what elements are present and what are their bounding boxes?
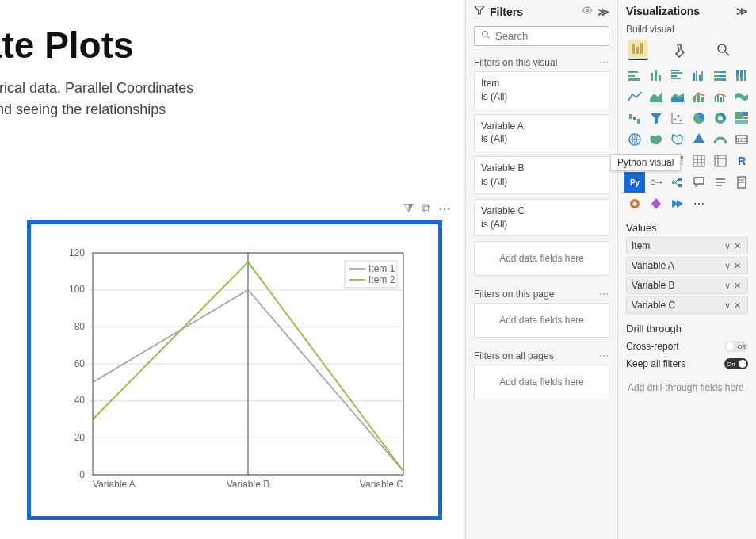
viz-line-clustered-column-icon[interactable] bbox=[712, 88, 729, 105]
remove-icon: ✕ bbox=[732, 241, 743, 251]
filter-search[interactable] bbox=[474, 26, 609, 46]
viz-r-icon[interactable]: R bbox=[733, 152, 750, 170]
legend-item-2: Item 2 bbox=[368, 274, 395, 285]
viz-funnel-icon[interactable] bbox=[647, 109, 665, 127]
viz-line-stacked-column-icon[interactable] bbox=[690, 88, 708, 105]
eye-icon[interactable] bbox=[582, 5, 593, 18]
viz-paginated-icon[interactable] bbox=[733, 174, 750, 191]
desc-line-2: es together and seeing the relationships bbox=[0, 99, 465, 120]
viz-arcgis-icon[interactable] bbox=[626, 195, 643, 212]
analytics-mode[interactable] bbox=[713, 40, 734, 60]
drop-all-fields[interactable]: Add data fields here bbox=[474, 365, 609, 399]
viz-powerapps-icon[interactable] bbox=[647, 195, 665, 212]
viz-key-influencers-icon[interactable] bbox=[647, 174, 665, 191]
viz-map-icon[interactable] bbox=[626, 131, 643, 148]
viz-smart-narrative-icon[interactable] bbox=[712, 174, 729, 191]
field-variable-a[interactable]: Variable A∨✕ bbox=[626, 257, 748, 274]
viz-multirow-card-icon[interactable] bbox=[626, 152, 643, 170]
drop-page-fields[interactable]: Add data fields here bbox=[474, 303, 609, 338]
svg-rect-74 bbox=[743, 112, 748, 116]
viz-ribbon-icon[interactable] bbox=[733, 88, 750, 105]
svg-line-23 bbox=[487, 36, 490, 39]
section-all-more-icon[interactable]: ⋯ bbox=[599, 350, 609, 361]
svg-rect-75 bbox=[743, 117, 748, 119]
viz-filled-map-icon[interactable] bbox=[647, 131, 665, 148]
focus-mode-icon[interactable]: ⧉ bbox=[422, 201, 430, 216]
viz-python-icon[interactable]: Py bbox=[626, 174, 643, 191]
field-variable-c[interactable]: Variable C∨✕ bbox=[626, 296, 748, 314]
viz-automate-icon[interactable] bbox=[669, 195, 686, 212]
keep-filters-toggle[interactable]: On bbox=[724, 358, 748, 369]
filter-card-item[interactable]: Item is (All) bbox=[474, 71, 609, 109]
chevron-down-icon: ∨ bbox=[723, 241, 732, 251]
section-page-more-icon[interactable]: ⋯ bbox=[599, 289, 609, 300]
viz-matrix-icon[interactable] bbox=[712, 152, 729, 170]
viz-table-icon[interactable] bbox=[690, 152, 708, 170]
python-visual[interactable]: 0 20 40 60 80 100 120 Variable A Variabl… bbox=[27, 220, 442, 520]
svg-point-22 bbox=[483, 32, 488, 37]
section-visual-more-icon[interactable]: ⋯ bbox=[599, 57, 609, 68]
cross-report-label: Cross-report bbox=[626, 341, 679, 352]
remove-icon: ✕ bbox=[732, 261, 743, 271]
viz-treemap-icon[interactable] bbox=[733, 109, 750, 127]
viz-100-stacked-bar-icon[interactable] bbox=[712, 67, 729, 84]
svg-rect-37 bbox=[671, 75, 677, 77]
filter-icon[interactable]: ⧩ bbox=[403, 201, 414, 216]
viz-gauge-icon[interactable] bbox=[712, 131, 729, 148]
viz-kpi-icon[interactable] bbox=[647, 152, 665, 170]
svg-rect-38 bbox=[671, 78, 681, 79]
drill-drop[interactable]: Add drill-through fields here bbox=[624, 376, 753, 399]
visualizations-pane: Visualizations ≫ Build visual Python vis… bbox=[617, 0, 756, 539]
viz-donut-icon[interactable] bbox=[712, 109, 729, 127]
xtick-1: Variable B bbox=[227, 479, 269, 490]
svg-rect-40 bbox=[696, 71, 697, 81]
viz-title: Visualizations bbox=[626, 5, 700, 17]
viz-waterfall-icon[interactable] bbox=[626, 109, 643, 127]
filter-card-variable-c[interactable]: Variable C is (All) bbox=[474, 199, 609, 237]
viz-stacked-column-icon[interactable] bbox=[647, 67, 665, 84]
chevron-down-icon: ∨ bbox=[723, 261, 732, 271]
viz-slicer-icon[interactable] bbox=[669, 152, 686, 170]
viz-stacked-bar-icon[interactable] bbox=[626, 67, 643, 84]
format-visual-mode[interactable] bbox=[670, 40, 691, 60]
svg-rect-32 bbox=[651, 73, 653, 81]
search-input[interactable] bbox=[495, 30, 628, 42]
svg-rect-64 bbox=[637, 119, 640, 124]
xtick-2: Variable C bbox=[360, 479, 403, 490]
filter-card-variable-b[interactable]: Variable B is (All) bbox=[474, 156, 609, 194]
viz-qa-icon[interactable] bbox=[690, 174, 708, 191]
collapse-viz-icon[interactable]: ≫ bbox=[736, 5, 748, 17]
svg-point-27 bbox=[718, 44, 726, 52]
field-item[interactable]: Item∨✕ bbox=[626, 237, 748, 254]
field-variable-b[interactable]: Variable B∨✕ bbox=[626, 277, 748, 294]
viz-line-icon[interactable] bbox=[626, 88, 643, 105]
viz-stacked-area-icon[interactable] bbox=[669, 88, 686, 105]
cross-report-toggle[interactable]: Off bbox=[724, 341, 748, 352]
chevron-down-icon: ∨ bbox=[723, 300, 732, 311]
svg-rect-25 bbox=[636, 47, 639, 54]
viz-100-stacked-column-icon[interactable] bbox=[733, 67, 750, 84]
svg-rect-98 bbox=[672, 181, 675, 184]
viz-more-icon[interactable]: ⋯ bbox=[690, 195, 708, 212]
build-visual-mode[interactable] bbox=[628, 40, 648, 60]
drop-visual-fields[interactable]: Add data fields here bbox=[474, 241, 609, 276]
viz-card-icon[interactable]: 123 bbox=[733, 131, 750, 148]
viz-pie-icon[interactable] bbox=[690, 109, 708, 127]
viz-scatter-icon[interactable] bbox=[669, 109, 686, 127]
filter-card-variable-a[interactable]: Variable A is (All) bbox=[474, 114, 609, 152]
report-canvas[interactable]: rdinate Plots variate, numerical data. P… bbox=[0, 0, 465, 539]
viz-shape-map-icon[interactable] bbox=[669, 131, 686, 148]
svg-rect-42 bbox=[701, 71, 703, 81]
collapse-icon[interactable]: ≫ bbox=[598, 6, 609, 18]
viz-decomposition-icon[interactable] bbox=[669, 174, 686, 191]
svg-rect-80 bbox=[629, 155, 640, 159]
viz-area-icon[interactable] bbox=[647, 88, 665, 105]
ytick-3: 60 bbox=[74, 358, 86, 369]
viz-clustered-bar-icon[interactable] bbox=[669, 67, 686, 84]
more-icon[interactable]: ⋯ bbox=[438, 201, 451, 216]
svg-rect-86 bbox=[672, 163, 683, 165]
svg-rect-41 bbox=[699, 75, 701, 81]
svg-point-67 bbox=[674, 119, 677, 121]
viz-azure-map-icon[interactable] bbox=[690, 131, 708, 148]
viz-clustered-column-icon[interactable] bbox=[690, 67, 708, 84]
